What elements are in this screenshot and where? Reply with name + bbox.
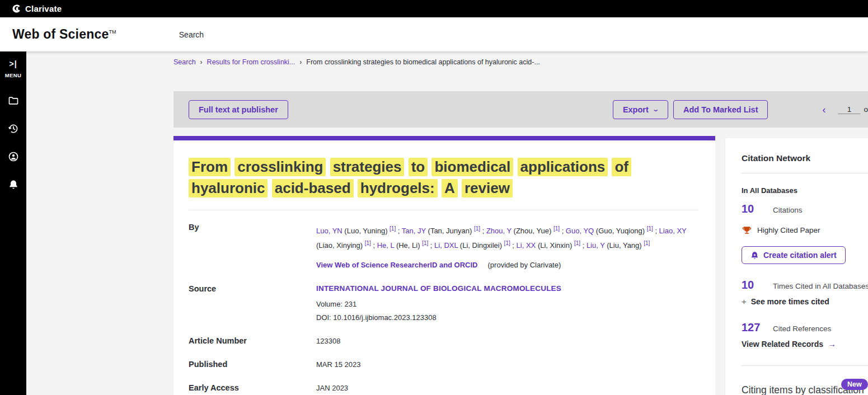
researcher-id-link[interactable]: View Web of Science ResearcherID and ORC… (316, 261, 478, 269)
author-link[interactable]: Liao, XY (659, 227, 687, 235)
author-link[interactable]: Guo, YQ (566, 227, 594, 235)
author-link[interactable]: Liu, Y (587, 242, 605, 250)
view-related-records-link[interactable]: View Related Records → (742, 339, 868, 349)
title-word-highlight: strategies (330, 158, 405, 176)
previous-record-icon[interactable]: ‹ (822, 105, 825, 115)
field-rows: Article Number123308PublishedMAR 15 2023… (189, 336, 698, 395)
author-affiliation-ref[interactable]: [1] (365, 240, 371, 246)
expand-menu-icon[interactable]: >| (9, 59, 17, 68)
article-title: From crosslinking strategies to biomedic… (189, 156, 692, 199)
author-affiliation-ref[interactable]: [1] (574, 240, 580, 246)
source-row: Source INTERNATIONAL JOURNAL OF BIOLOGIC… (189, 284, 698, 322)
web-of-science-brand: Web of ScienceTM (12, 27, 116, 42)
author-affiliation-ref[interactable]: [1] (422, 240, 428, 246)
history-icon[interactable] (8, 123, 19, 134)
author-affiliation-ref[interactable]: [1] (474, 225, 480, 232)
chevron-down-icon: ⌄ (652, 106, 659, 113)
journal-link[interactable]: INTERNATIONAL JOURNAL OF BIOLOGICAL MACR… (316, 284, 698, 293)
author-affiliation-ref[interactable]: [1] (504, 240, 510, 246)
new-badge: New (841, 379, 868, 390)
article-record-card: From crosslinking strategies to biomedic… (173, 136, 715, 395)
cited-references-count[interactable]: 127 (742, 321, 773, 334)
volume-text: Volume: 231 (316, 300, 698, 308)
create-citation-alert-button[interactable]: Create citation alert (742, 246, 846, 264)
plus-icon: + (742, 297, 747, 306)
author-affiliation-ref[interactable]: [1] (644, 240, 650, 246)
author-affiliation-ref[interactable]: [1] (647, 225, 653, 232)
citations-row: 10 Citations (742, 203, 868, 215)
cited-references-row: 127 Cited References (742, 321, 868, 334)
field-value: MAR 15 2023 (316, 360, 698, 369)
in-all-databases-label: In All Databases (742, 186, 868, 195)
app-header: Web of ScienceTM Search (0, 17, 868, 51)
author-link[interactable]: Li, XX (517, 242, 536, 250)
highly-cited-label: Highly Cited Paper (757, 226, 820, 234)
full-text-button[interactable]: Full text at publisher (189, 100, 288, 119)
title-word-highlight: hyaluronic (189, 179, 268, 198)
author-separator: ; (580, 242, 587, 250)
bell-icon[interactable] (8, 179, 19, 190)
title-word-highlight: biomedical (431, 158, 513, 176)
clarivate-logo-icon (12, 4, 21, 13)
alert-bell-icon (750, 251, 759, 260)
times-cited-count[interactable]: 10 (742, 279, 773, 291)
trademark-symbol: TM (109, 29, 116, 35)
clarivate-logo: Clarivate (12, 4, 62, 13)
times-cited-label: Times Cited in All Databases (773, 282, 868, 290)
breadcrumb-separator: › (299, 58, 302, 66)
cited-references-label: Cited References (773, 325, 831, 333)
author-separator: ; (396, 227, 402, 235)
breadcrumb: Search›Results for From crosslinki...›Fr… (173, 58, 540, 66)
record-count-suffix: o (864, 105, 868, 114)
field-label: Published (189, 360, 316, 369)
breadcrumb-item[interactable]: Search (173, 58, 196, 66)
field-row: Early AccessJAN 2023 (189, 383, 698, 392)
title-word-highlight: From (189, 158, 231, 176)
authors-list: Luo, YN (Luo, Yuning) [1] ; Tan, JY (Tan… (316, 223, 698, 252)
author-separator: ; (371, 242, 377, 250)
author-link[interactable]: Zhou, Y (486, 227, 512, 235)
author-separator: ; (510, 242, 517, 250)
author-separator: ; (480, 227, 486, 235)
breadcrumb-item[interactable]: Results for From crosslinki... (207, 58, 295, 66)
provided-by-text: (provided by Clarivate) (488, 261, 561, 269)
author-link[interactable]: Luo, YN (316, 227, 342, 235)
trophy-icon (742, 225, 752, 236)
title-divider (189, 210, 698, 210)
by-label: By (189, 223, 316, 269)
author-affiliation-ref[interactable]: [1] (390, 225, 396, 232)
highly-cited-row: Highly Cited Paper (742, 225, 868, 236)
breadcrumb-separator: › (200, 58, 203, 66)
panel-divider (742, 173, 868, 173)
arrow-right-icon: → (828, 339, 836, 349)
author-link[interactable]: Tan, JY (402, 227, 426, 235)
citations-count[interactable]: 10 (742, 203, 773, 215)
export-button[interactable]: Export⌄ (613, 100, 668, 119)
field-label: Early Access (189, 383, 316, 392)
breadcrumb-item: From crosslinking strategies to biomedic… (306, 58, 540, 66)
folder-icon[interactable] (8, 95, 19, 106)
field-value: 123308 (316, 337, 698, 345)
field-row: Article Number123308 (189, 336, 698, 345)
author-separator: ; (560, 227, 566, 235)
times-cited-row: 10 Times Cited in All Databases (742, 279, 868, 291)
account-icon[interactable] (8, 151, 19, 162)
by-row: By Luo, YN (Luo, Yuning) [1] ; Tan, JY (… (189, 223, 698, 269)
record-number-input[interactable] (838, 105, 860, 114)
title-word-highlight: crosslinking (234, 158, 326, 176)
title-word-highlight: hydrogels: (358, 179, 438, 198)
title-word-highlight: acid-based (272, 179, 354, 198)
citation-network-panel: Citation Network In All Databases 10 Cit… (725, 138, 868, 395)
record-pagination: ‹ o (822, 105, 868, 115)
title-word-highlight: review (462, 179, 513, 198)
author-link[interactable]: Li, DXL (434, 242, 458, 250)
add-to-marked-list-button[interactable]: Add To Marked List (673, 100, 768, 119)
researcher-line: View Web of Science ResearcherID and ORC… (316, 261, 698, 269)
title-word-highlight: to (409, 158, 428, 176)
title-word-highlight: applications (518, 158, 608, 176)
author-separator: ; (653, 227, 659, 235)
author-link[interactable]: He, L (377, 242, 395, 250)
nav-tab-search[interactable]: Search (179, 30, 204, 39)
author-affiliation-ref[interactable]: [1] (553, 225, 560, 232)
see-more-times-cited-link[interactable]: + See more times cited (742, 297, 868, 306)
